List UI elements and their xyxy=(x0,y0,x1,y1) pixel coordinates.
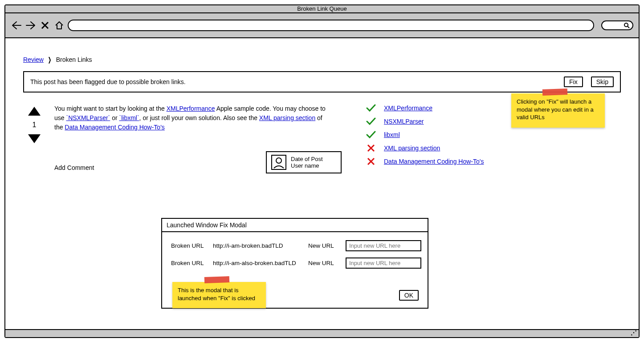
tape-icon xyxy=(204,276,229,283)
forward-icon[interactable] xyxy=(25,20,37,31)
broken-url-value: http://i-am-broken.badTLD xyxy=(213,242,306,249)
post-username: User name xyxy=(291,162,323,169)
flag-bar: This post has been flagged due to possib… xyxy=(23,71,621,93)
breadcrumb-root-link[interactable]: Review xyxy=(23,56,44,63)
vote-score: 1 xyxy=(33,121,37,129)
avatar-icon xyxy=(271,155,286,170)
broken-url-label: Broken URL xyxy=(171,260,211,266)
new-url-input[interactable] xyxy=(346,258,421,269)
annotation-text: This is the modal that is launched when … xyxy=(178,287,255,302)
downvote-icon[interactable] xyxy=(28,134,41,143)
link-xml-parsing-section[interactable]: XML parsing section xyxy=(259,114,315,121)
link-status-row: Data Management Coding How-To's xyxy=(366,157,513,165)
modal-title: Launched Window Fix Modal xyxy=(162,219,428,232)
post-date: Date of Post xyxy=(291,156,323,162)
chevron-right-icon: ❯ xyxy=(48,56,51,63)
flag-message: This post has been flagged due to possib… xyxy=(30,78,186,85)
annotation-note-modal: This is the modal that is launched when … xyxy=(172,282,266,308)
link-status-list: XMLPerformanceNSXMLParserlibxmlXML parsi… xyxy=(366,104,513,173)
home-icon[interactable] xyxy=(53,20,65,31)
window-title: Broken Link Queue xyxy=(297,5,346,12)
browser-window: Broken Link Queue Review ❯ Broken Links … xyxy=(4,4,640,338)
link-nsxmlparser[interactable]: `NSXMLParser` xyxy=(66,114,110,121)
annotation-note-fix: Clicking on "Fix" will launch a modal wh… xyxy=(511,93,605,128)
breadcrumb-current: Broken Links xyxy=(56,56,92,63)
breadcrumb: Review ❯ Broken Links xyxy=(23,56,621,63)
flag-actions: Fix Skip xyxy=(564,76,614,87)
link-status-row: NSXMLParser xyxy=(366,117,513,125)
new-url-input[interactable] xyxy=(346,240,421,251)
post-text: or xyxy=(110,114,119,121)
link-libxml[interactable]: `libxml` xyxy=(119,114,139,121)
svg-point-2 xyxy=(276,158,281,163)
link-xmlperformance[interactable]: XMLPerformance xyxy=(167,105,215,112)
status-link[interactable]: libxml xyxy=(384,131,400,138)
broken-url-value: http://i-am-also-broken.badTLD xyxy=(213,260,306,266)
upvote-icon[interactable] xyxy=(28,107,41,116)
modal-ok-button[interactable]: OK xyxy=(399,290,419,301)
back-icon[interactable] xyxy=(11,20,22,31)
url-bar[interactable] xyxy=(68,20,594,31)
stop-icon[interactable] xyxy=(39,20,51,31)
check-icon xyxy=(366,117,376,125)
link-status-row: libxml xyxy=(366,131,513,139)
post-text: , or just roll your own solution. Also s… xyxy=(139,114,259,121)
fix-button[interactable]: Fix xyxy=(564,76,583,87)
link-status-row: XML parsing section xyxy=(366,144,513,152)
status-link[interactable]: XML parsing section xyxy=(384,145,440,152)
new-url-label: New URL xyxy=(308,260,344,266)
window-titlebar: Broken Link Queue xyxy=(5,5,639,13)
annotation-text: Clicking on "Fix" will launch a modal wh… xyxy=(517,98,594,121)
signature-text: Date of Post User name xyxy=(291,156,323,169)
new-url-label: New URL xyxy=(308,242,344,249)
cross-icon xyxy=(366,157,376,165)
svg-point-0 xyxy=(624,23,628,27)
status-link[interactable]: XMLPerformance xyxy=(384,105,432,112)
status-link[interactable]: NSXMLParser xyxy=(384,118,424,125)
modal-url-row: Broken URLhttp://i-am-also-broken.badTLD… xyxy=(171,258,419,269)
check-icon xyxy=(366,131,376,139)
browser-toolbar xyxy=(5,13,639,38)
vote-column: 1 xyxy=(23,104,45,173)
link-data-mgmt-howtos[interactable]: Data Management Coding How-To's xyxy=(65,124,164,131)
broken-url-label: Broken URL xyxy=(171,242,211,249)
post-text: You might want to start by looking at th… xyxy=(54,105,167,112)
post-signature: Date of Post User name xyxy=(266,151,342,173)
search-pill[interactable] xyxy=(601,20,633,30)
check-icon xyxy=(366,104,376,112)
cross-icon xyxy=(366,144,376,152)
skip-button[interactable]: Skip xyxy=(591,76,614,87)
tape-icon xyxy=(542,89,567,96)
modal-url-row: Broken URLhttp://i-am-broken.badTLDNew U… xyxy=(171,240,419,251)
statusbar: ⋰ xyxy=(5,329,639,337)
status-link[interactable]: Data Management Coding How-To's xyxy=(384,158,484,165)
search-icon xyxy=(624,22,630,28)
link-status-row: XMLPerformance xyxy=(366,104,513,112)
svg-rect-1 xyxy=(272,155,286,169)
resize-grip-icon[interactable]: ⋰ xyxy=(631,329,637,336)
